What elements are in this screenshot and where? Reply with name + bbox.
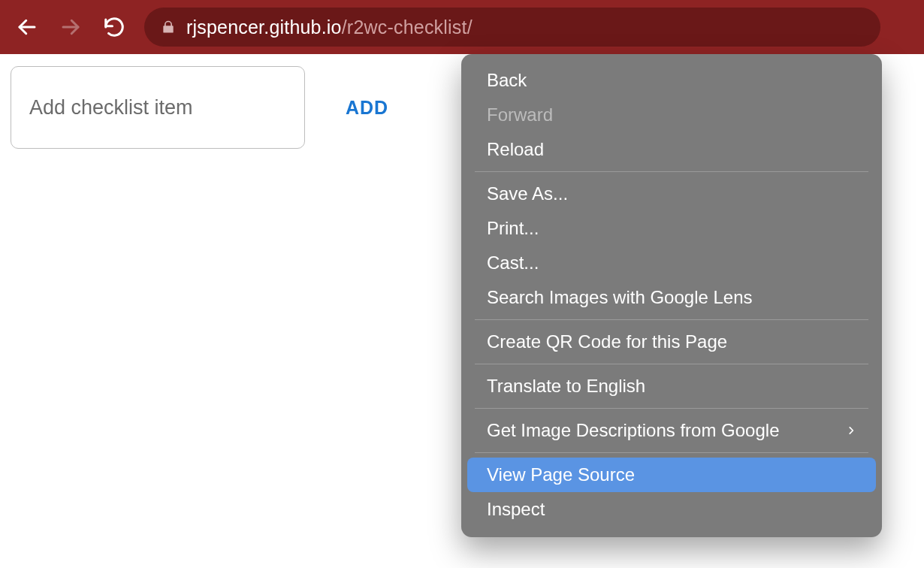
forward-button[interactable]: [51, 8, 90, 47]
context-menu-item[interactable]: Reload: [467, 132, 876, 167]
reload-icon: [103, 16, 125, 38]
context-menu-item[interactable]: Inspect: [467, 492, 876, 527]
context-menu-item-label: Reload: [487, 139, 856, 160]
context-menu-item[interactable]: Print...: [467, 211, 876, 246]
context-menu-item[interactable]: Get Image Descriptions from Google: [467, 413, 876, 448]
checklist-input[interactable]: [11, 66, 305, 149]
arrow-left-icon: [16, 16, 38, 38]
context-menu-separator: [475, 171, 868, 172]
context-menu-item[interactable]: Translate to English: [467, 369, 876, 403]
context-menu-item-label: Save As...: [487, 183, 856, 204]
context-menu-separator: [475, 319, 868, 320]
context-menu-item-label: Cast...: [487, 252, 856, 273]
arrow-right-icon: [59, 16, 82, 38]
url-bar[interactable]: rjspencer.github.io/r2wc-checklist/: [144, 8, 880, 47]
add-button[interactable]: ADD: [332, 89, 402, 126]
context-menu: BackForwardReloadSave As...Print...Cast.…: [461, 54, 882, 537]
context-menu-item: Forward: [467, 98, 876, 132]
context-menu-item-label: Get Image Descriptions from Google: [487, 420, 846, 441]
context-menu-item[interactable]: View Page Source: [467, 458, 876, 492]
page-content: ADD BackForwardReloadSave As...Print...C…: [0, 54, 924, 568]
context-menu-item[interactable]: Back: [467, 63, 876, 98]
context-menu-item[interactable]: Search Images with Google Lens: [467, 280, 876, 315]
back-button[interactable]: [8, 8, 47, 47]
context-menu-item[interactable]: Create QR Code for this Page: [467, 325, 876, 359]
url-host: rjspencer.github.io: [186, 17, 342, 38]
url-text: rjspencer.github.io/r2wc-checklist/: [186, 17, 473, 38]
context-menu-item[interactable]: Cast...: [467, 246, 876, 280]
context-menu-item-label: Back: [487, 70, 856, 91]
context-menu-item-label: Forward: [487, 104, 856, 125]
lock-icon: [161, 19, 176, 35]
context-menu-item-label: Inspect: [487, 499, 856, 520]
chevron-right-icon: [846, 422, 856, 439]
context-menu-item-label: View Page Source: [487, 464, 856, 485]
context-menu-item-label: Translate to English: [487, 376, 856, 397]
context-menu-separator: [475, 408, 868, 409]
context-menu-separator: [475, 452, 868, 453]
context-menu-separator: [475, 364, 868, 364]
context-menu-item[interactable]: Save As...: [467, 177, 876, 211]
context-menu-item-label: Create QR Code for this Page: [487, 331, 856, 352]
url-path: /r2wc-checklist/: [342, 17, 473, 38]
reload-button[interactable]: [95, 8, 134, 47]
context-menu-item-label: Print...: [487, 218, 856, 239]
browser-toolbar: rjspencer.github.io/r2wc-checklist/: [0, 0, 924, 54]
context-menu-item-label: Search Images with Google Lens: [487, 287, 856, 308]
